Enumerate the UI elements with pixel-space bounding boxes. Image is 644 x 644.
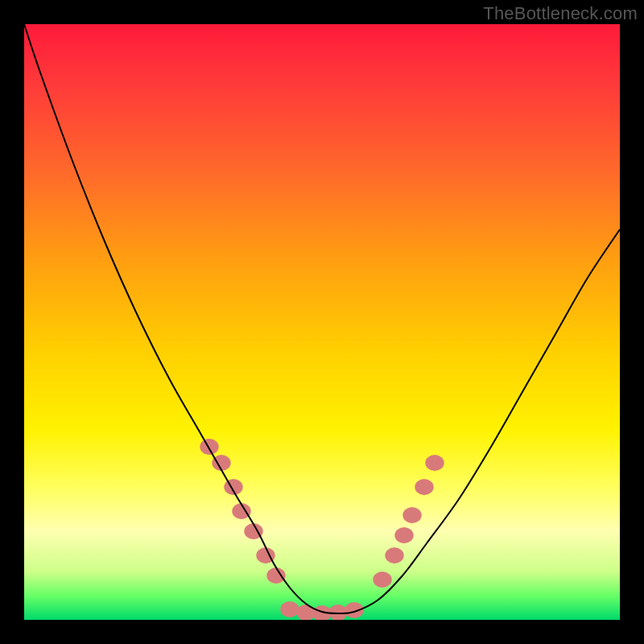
data-marker bbox=[425, 455, 444, 471]
data-marker bbox=[402, 507, 421, 523]
data-marker bbox=[394, 527, 413, 543]
data-markers bbox=[200, 439, 444, 620]
plot-area bbox=[24, 24, 620, 620]
watermark-text: TheBottleneck.com bbox=[483, 3, 638, 24]
bottleneck-curve bbox=[24, 24, 620, 613]
data-marker bbox=[200, 439, 218, 455]
data-marker bbox=[328, 605, 347, 620]
outer-frame: TheBottleneck.com bbox=[0, 0, 644, 644]
data-marker bbox=[385, 547, 403, 564]
data-marker bbox=[296, 605, 315, 620]
data-marker bbox=[415, 479, 433, 495]
data-marker bbox=[373, 572, 391, 588]
data-marker bbox=[266, 568, 285, 584]
chart-svg bbox=[24, 24, 620, 620]
data-marker bbox=[280, 601, 299, 617]
